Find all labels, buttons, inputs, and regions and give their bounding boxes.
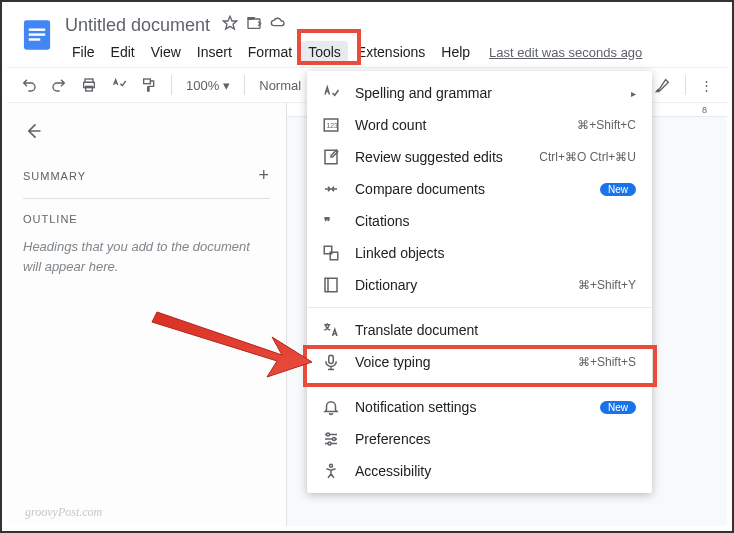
- submenu-arrow-icon: ▸: [631, 88, 636, 99]
- new-badge: New: [600, 401, 636, 414]
- star-icon[interactable]: [222, 15, 238, 35]
- menu-item-word-count[interactable]: 123Word count⌘+Shift+C: [307, 109, 652, 141]
- outline-panel: SUMMARY + OUTLINE Headings that you add …: [7, 103, 287, 526]
- linked-icon: [321, 244, 341, 262]
- menu-item-voice-typing[interactable]: Voice typing⌘+Shift+S: [307, 346, 652, 378]
- menu-item-dictionary[interactable]: Dictionary⌘+Shift+Y: [307, 269, 652, 301]
- voice-icon: [321, 353, 341, 371]
- menu-item-spelling-and-grammar[interactable]: Spelling and grammar▸: [307, 77, 652, 109]
- menu-item-preferences[interactable]: Preferences: [307, 423, 652, 455]
- watermark: groovyPost.com: [25, 505, 102, 520]
- notif-icon: [321, 398, 341, 416]
- menu-item-label: Compare documents: [355, 181, 586, 197]
- add-summary-icon[interactable]: +: [258, 165, 270, 186]
- menu-tools[interactable]: Tools: [301, 41, 348, 63]
- menu-item-label: Dictionary: [355, 277, 564, 293]
- access-icon: [321, 462, 341, 480]
- cite-icon: ❞: [321, 212, 341, 230]
- highlight-icon[interactable]: [651, 73, 675, 97]
- svg-rect-1: [29, 28, 45, 30]
- undo-icon[interactable]: [17, 73, 41, 97]
- document-title[interactable]: Untitled document: [65, 15, 210, 36]
- svg-text:123: 123: [327, 122, 339, 129]
- svg-text:❞: ❞: [324, 215, 330, 229]
- svg-marker-4: [223, 16, 236, 29]
- zoom-selector[interactable]: 100%▾: [182, 78, 234, 93]
- menu-view[interactable]: View: [144, 41, 188, 63]
- tools-dropdown: Spelling and grammar▸123Word count⌘+Shif…: [307, 71, 652, 493]
- menu-file[interactable]: File: [65, 41, 102, 63]
- menu-item-linked-objects[interactable]: Linked objects: [307, 237, 652, 269]
- svg-point-21: [330, 464, 333, 467]
- menu-format[interactable]: Format: [241, 41, 299, 63]
- chevron-down-icon: ▾: [223, 78, 230, 93]
- shortcut-label: ⌘+Shift+Y: [578, 278, 636, 292]
- menu-item-label: Linked objects: [355, 245, 636, 261]
- dict-icon: [321, 276, 341, 294]
- shortcut-label: ⌘+Shift+S: [578, 355, 636, 369]
- last-edit-link[interactable]: Last edit was seconds ago: [489, 45, 642, 60]
- menu-item-label: Translate document: [355, 322, 636, 338]
- menu-item-review-suggested-edits[interactable]: Review suggested editsCtrl+⌘O Ctrl+⌘U: [307, 141, 652, 173]
- menu-item-label: Spelling and grammar: [355, 85, 617, 101]
- back-icon[interactable]: [23, 121, 270, 145]
- shortcut-label: Ctrl+⌘O Ctrl+⌘U: [539, 150, 636, 164]
- svg-point-19: [333, 438, 336, 441]
- menu-bar: File Edit View Insert Format Tools Exten…: [65, 39, 715, 65]
- menu-item-label: Accessibility: [355, 463, 636, 479]
- spell-icon: [321, 84, 341, 102]
- prefs-icon: [321, 430, 341, 448]
- menu-item-notification-settings[interactable]: Notification settingsNew: [307, 391, 652, 423]
- style-selector[interactable]: Normal: [255, 78, 305, 93]
- menu-item-accessibility[interactable]: Accessibility: [307, 455, 652, 487]
- svg-point-20: [328, 442, 331, 445]
- menu-item-label: Notification settings: [355, 399, 586, 415]
- menu-item-translate-document[interactable]: Translate document: [307, 314, 652, 346]
- review-icon: [321, 148, 341, 166]
- redo-icon[interactable]: [47, 73, 71, 97]
- menu-edit[interactable]: Edit: [104, 41, 142, 63]
- svg-point-18: [327, 433, 330, 436]
- zoom-value: 100%: [186, 78, 219, 93]
- translate-icon: [321, 321, 341, 339]
- menu-item-citations[interactable]: ❞Citations: [307, 205, 652, 237]
- count-icon: 123: [321, 116, 341, 134]
- menu-item-label: Preferences: [355, 431, 636, 447]
- svg-rect-2: [29, 33, 45, 35]
- ruler-tick: 8: [702, 105, 707, 115]
- summary-label: SUMMARY: [23, 170, 86, 182]
- outline-placeholder: Headings that you add to the document wi…: [23, 237, 270, 276]
- menu-insert[interactable]: Insert: [190, 41, 239, 63]
- outline-label: OUTLINE: [23, 213, 270, 225]
- svg-rect-3: [29, 38, 40, 40]
- move-icon[interactable]: [246, 15, 262, 35]
- svg-rect-9: [144, 79, 151, 84]
- style-value: Normal: [259, 78, 301, 93]
- svg-rect-16: [325, 278, 337, 292]
- svg-rect-5: [248, 19, 260, 28]
- menu-help[interactable]: Help: [434, 41, 477, 63]
- docs-logo[interactable]: [19, 13, 55, 57]
- svg-rect-17: [329, 355, 334, 363]
- compare-icon: [321, 180, 341, 198]
- cloud-icon[interactable]: [270, 15, 286, 35]
- print-icon[interactable]: [77, 73, 101, 97]
- menu-item-label: Citations: [355, 213, 636, 229]
- menu-item-label: Word count: [355, 117, 563, 133]
- shortcut-label: ⌘+Shift+C: [577, 118, 636, 132]
- menu-item-label: Voice typing: [355, 354, 564, 370]
- paint-format-icon[interactable]: [137, 73, 161, 97]
- menu-item-compare-documents[interactable]: Compare documentsNew: [307, 173, 652, 205]
- menu-extensions[interactable]: Extensions: [350, 41, 432, 63]
- spellcheck-icon[interactable]: [107, 73, 131, 97]
- more-icon[interactable]: ⋮: [696, 74, 717, 97]
- menu-item-label: Review suggested edits: [355, 149, 525, 165]
- new-badge: New: [600, 183, 636, 196]
